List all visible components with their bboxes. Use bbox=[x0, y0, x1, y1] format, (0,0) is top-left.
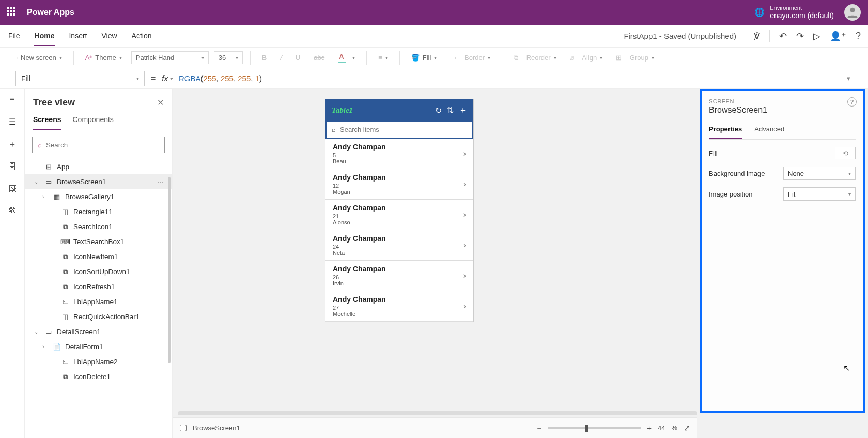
tab-properties[interactable]: Properties bbox=[709, 122, 742, 139]
data-icon[interactable]: 🗄 bbox=[8, 162, 17, 172]
prop-fill-label: Fill bbox=[709, 149, 718, 157]
underline-button[interactable]: U bbox=[291, 52, 304, 64]
help-icon[interactable]: ? bbox=[856, 31, 861, 41]
selection-name: BrowseScreen1 bbox=[709, 105, 856, 115]
list-item[interactable]: Andy Champan21Alonso› bbox=[326, 200, 473, 230]
undo-icon[interactable]: ↶ bbox=[779, 31, 787, 42]
selection-type: SCREEN bbox=[709, 98, 856, 104]
tree-node-Rectangle11[interactable]: ◫Rectangle11 bbox=[25, 204, 172, 219]
tree-node-IconDelete1[interactable]: ⧉IconDelete1 bbox=[25, 369, 172, 384]
tree-node-label: Rectangle11 bbox=[73, 208, 113, 216]
strike-button[interactable]: abc bbox=[309, 52, 329, 64]
tree-search-input[interactable] bbox=[46, 141, 159, 149]
formula-expression[interactable]: RGBA(255, 255, 255, 1) bbox=[179, 74, 262, 83]
tree-search[interactable]: ⌕ bbox=[32, 137, 165, 153]
waffle-icon[interactable] bbox=[7, 7, 18, 18]
zoom-value: 44 bbox=[658, 424, 665, 432]
chevron-right-icon: › bbox=[463, 271, 466, 280]
list-item[interactable]: Andy Champan5Beau› bbox=[326, 139, 473, 169]
preview-search[interactable]: ⌕ bbox=[326, 121, 473, 139]
item-sub: Megan bbox=[333, 189, 463, 195]
new-screen-button[interactable]: ▭New screen▾ bbox=[7, 52, 66, 64]
menu-home[interactable]: Home bbox=[34, 26, 56, 46]
item-num: 21 bbox=[333, 213, 463, 219]
property-selector[interactable]: Fill▾ bbox=[16, 71, 145, 86]
item-name: Andy Champan bbox=[333, 234, 463, 243]
group-button[interactable]: ⊞ Group▾ bbox=[612, 52, 658, 64]
play-icon[interactable]: ▷ bbox=[813, 31, 820, 42]
text-align-button[interactable]: ≡ ▾ bbox=[374, 52, 392, 64]
zoom-out-button[interactable]: − bbox=[537, 424, 541, 432]
tree-scrollbar[interactable] bbox=[168, 177, 171, 363]
list-item[interactable]: Andy Champan24Neta› bbox=[326, 230, 473, 261]
font-size-picker[interactable]: 36▾ bbox=[214, 51, 243, 64]
tree-node-TextSearchBox1[interactable]: ⌨TextSearchBox1 bbox=[25, 234, 172, 249]
fit-to-window-icon[interactable]: ⤢ bbox=[684, 424, 690, 433]
menu-action[interactable]: Action bbox=[131, 26, 153, 46]
menu-insert[interactable]: Insert bbox=[68, 26, 88, 46]
italic-button[interactable]: / bbox=[276, 52, 286, 64]
redo-icon[interactable]: ↷ bbox=[796, 31, 804, 42]
media-icon[interactable]: 🖾 bbox=[8, 184, 17, 193]
tree-node-IconNewItem1[interactable]: ⧉IconNewItem1 bbox=[25, 249, 172, 264]
more-icon[interactable]: ⋯ bbox=[157, 178, 167, 186]
tree-node-LblAppName2[interactable]: 🏷LblAppName2 bbox=[25, 354, 172, 369]
environment-picker[interactable]: 🌐 Environment enayu.com (default) bbox=[754, 5, 834, 20]
align-button[interactable]: ⎚ Align▾ bbox=[566, 52, 607, 64]
tab-screens[interactable]: Screens bbox=[33, 112, 61, 130]
tree-node-RectQuickActionBar1[interactable]: ◫RectQuickActionBar1 bbox=[25, 309, 172, 324]
share-icon[interactable]: 👤⁺ bbox=[830, 31, 846, 42]
border-button[interactable]: ▭ Border▾ bbox=[446, 52, 494, 64]
bg-image-select[interactable]: None▾ bbox=[783, 167, 856, 180]
canvas[interactable]: Table1 ↻ ⇅ ＋ ⌕ Andy Champan5Beau›Andy Ch… bbox=[173, 89, 868, 438]
bold-button[interactable]: B bbox=[258, 52, 271, 64]
list-item[interactable]: Andy Champan26Irvin› bbox=[326, 261, 473, 291]
tree-node-App[interactable]: ⊞App bbox=[25, 159, 172, 174]
reorder-button[interactable]: ⧉ Reorder▾ bbox=[509, 52, 561, 64]
item-num: 24 bbox=[333, 244, 463, 250]
screen-checkbox[interactable] bbox=[180, 425, 187, 431]
theme-button[interactable]: AᵃTheme▾ bbox=[81, 52, 126, 64]
properties-panel: ? SCREEN BrowseScreen1 Properties Advanc… bbox=[700, 89, 865, 413]
tree-node-DetailForm1[interactable]: ›📄DetailForm1 bbox=[25, 339, 172, 354]
insert-icon[interactable]: ＋ bbox=[8, 139, 17, 150]
menu-file[interactable]: File bbox=[7, 26, 21, 46]
fill-button[interactable]: 🪣Fill▾ bbox=[407, 52, 441, 64]
environment-label: Environment bbox=[770, 5, 834, 11]
image-position-select[interactable]: Fit▾ bbox=[783, 187, 856, 201]
tree-node-SearchIcon1[interactable]: ⧉SearchIcon1 bbox=[25, 219, 172, 234]
menu-bar: File Home Insert View Action FirstApp1 -… bbox=[0, 25, 868, 48]
user-avatar[interactable] bbox=[844, 4, 861, 21]
list-item[interactable]: Andy Champan27Mechelle› bbox=[326, 291, 473, 322]
font-picker[interactable]: Patrick Hand▾ bbox=[131, 51, 209, 64]
refresh-icon[interactable]: ↻ bbox=[435, 105, 442, 115]
tree-view-icon[interactable]: ☰ bbox=[9, 117, 16, 127]
close-icon[interactable]: ✕ bbox=[157, 98, 164, 108]
preview-search-input[interactable] bbox=[340, 126, 467, 133]
menu-view[interactable]: View bbox=[100, 26, 118, 46]
tree-node-BrowseScreen1[interactable]: ⌄▭BrowseScreen1⋯ bbox=[25, 174, 172, 189]
add-icon[interactable]: ＋ bbox=[459, 105, 467, 116]
fx-button[interactable]: fx▾ bbox=[162, 74, 173, 83]
tools-icon[interactable]: 🛠 bbox=[8, 206, 17, 215]
rect-icon: ◫ bbox=[61, 208, 69, 216]
tree-node-BrowseGallery1[interactable]: ›▦BrowseGallery1 bbox=[25, 189, 172, 204]
tree-node-DetailScreen1[interactable]: ⌄▭DetailScreen1 bbox=[25, 324, 172, 339]
formula-expand-icon[interactable]: ▾ bbox=[847, 74, 861, 82]
app-checker-icon[interactable]: ℣ bbox=[754, 31, 760, 42]
tree-node-LblAppName1[interactable]: 🏷LblAppName1 bbox=[25, 294, 172, 309]
tab-advanced[interactable]: Advanced bbox=[754, 122, 784, 139]
fill-swatch[interactable]: ⟲ bbox=[835, 147, 856, 159]
canvas-scrollbar[interactable] bbox=[178, 411, 698, 415]
font-color-button[interactable]: ▾ bbox=[334, 52, 359, 64]
hamburger-icon[interactable]: ≡ bbox=[10, 95, 14, 104]
panel-help-icon[interactable]: ? bbox=[847, 97, 857, 107]
sort-icon[interactable]: ⇅ bbox=[447, 105, 454, 115]
tab-components[interactable]: Components bbox=[72, 112, 113, 130]
list-item[interactable]: Andy Champan12Megan› bbox=[326, 169, 473, 200]
tree-node-IconSortUpDown1[interactable]: ⧉IconSortUpDown1 bbox=[25, 264, 172, 279]
zoom-in-button[interactable]: + bbox=[647, 424, 652, 432]
zoom-slider[interactable] bbox=[548, 427, 641, 429]
save-status: FirstApp1 - Saved (Unpublished) bbox=[165, 32, 741, 40]
tree-node-IconRefresh1[interactable]: ⧉IconRefresh1 bbox=[25, 279, 172, 294]
